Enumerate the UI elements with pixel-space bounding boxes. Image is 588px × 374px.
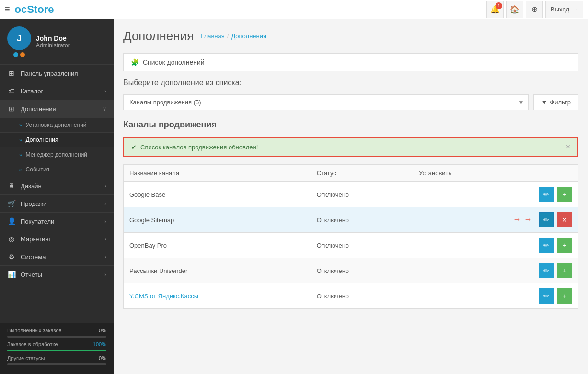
table-row: Google SitemapОтключено → → ✏ ✕ (124, 207, 578, 233)
edit-button[interactable]: ✏ (539, 187, 554, 202)
sidebar-item-customers[interactable]: 👤 Покупатели › (0, 213, 114, 230)
breadcrumb-home[interactable]: Главная (201, 33, 224, 40)
stat-row-completed: Выполненных заказов 0% (7, 328, 106, 333)
channel-name-cell: Google Base (124, 182, 311, 207)
alert-message: Список каналов продвижения обновлен! (140, 144, 258, 151)
chevron-right2-icon: › (104, 183, 106, 189)
addons-icon: ⊞ (7, 105, 16, 113)
channel-name-cell: Y.CMS от Яндекс.Кассы (124, 283, 311, 309)
notifications-button[interactable]: 🔔 1 (486, 1, 504, 18)
chevron-right6-icon: › (104, 254, 106, 260)
sidebar-item-manager[interactable]: » Менеджер дополнений (0, 147, 114, 162)
sales-icon: 🛒 (7, 200, 16, 207)
table-row: Google BaseОтключено ✏ + (124, 182, 578, 207)
stat-completed-value: 0% (99, 328, 106, 333)
sidebar-profile: J John Doe Administrator (0, 19, 114, 65)
sidebar-item-marketing[interactable]: ◎ Маркетинг › (0, 230, 114, 248)
header-left: ≡ ocStore (5, 3, 54, 16)
breadcrumb: Главная / Дополнения (201, 33, 266, 40)
chevron-right-icon: › (104, 88, 106, 94)
user-name: John Doe (36, 34, 70, 42)
remove-button[interactable]: ✕ (557, 212, 572, 227)
sidebar-item-design[interactable]: 🖥 Дизайн › (0, 177, 114, 195)
section-header-text: Список дополнений (143, 58, 205, 66)
system-icon: ⚙ (7, 253, 16, 261)
menu-toggle-icon[interactable]: ≡ (5, 4, 10, 14)
channel-status-cell: Отключено (311, 207, 413, 233)
progress-processing-fill (7, 350, 106, 351)
channel-action-cell: ✏ + (413, 283, 578, 309)
progress-other (7, 363, 106, 365)
table-header-row: Название канала Статус Установить (124, 165, 578, 182)
top-header: ≡ ocStore 🔔 1 🏠 ⊕ Выход → (0, 0, 588, 19)
channel-status-cell: Отключено (311, 233, 413, 258)
edit-button[interactable]: ✏ (539, 212, 554, 227)
sub-arrow3-icon: » (19, 167, 22, 172)
avatar: J (7, 26, 31, 50)
sidebar-item-addons[interactable]: ⊞ Дополнения ∨ (0, 100, 114, 118)
exit-button[interactable]: Выход → (545, 1, 583, 18)
channels-table: Название канала Статус Установить Google… (123, 164, 578, 309)
content-area: Дополнения Главная / Дополнения 🧩 Список… (114, 19, 588, 374)
channel-name-link[interactable]: Y.CMS от Яндекс.Кассы (129, 293, 198, 300)
channel-status-cell: Отключено (311, 258, 413, 283)
help-icon: ⊕ (531, 5, 538, 14)
sidebar-nav: ⊞ Панель управления 🏷 Каталог › ⊞ Дополн… (0, 65, 114, 323)
progress-processing (7, 350, 106, 351)
col-channel-header: Название канала (124, 165, 311, 182)
help-button[interactable]: ⊕ (526, 1, 543, 18)
header-right: 🔔 1 🏠 ⊕ Выход → (486, 1, 583, 18)
edit-button[interactable]: ✏ (539, 263, 554, 278)
alert-check-icon: ✔ (131, 144, 137, 151)
channel-status-cell: Отключено (311, 283, 413, 309)
channel-name-cell: Google Sitemap (124, 207, 311, 233)
dot-blue (13, 52, 18, 57)
dot-orange (20, 52, 25, 57)
sidebar-stats: Выполненных заказов 0% Заказов в обработ… (0, 323, 114, 374)
alert-close-button[interactable]: × (566, 143, 570, 151)
breadcrumb-separator: / (227, 33, 229, 40)
home-button[interactable]: 🏠 (506, 1, 523, 18)
table-row: Y.CMS от Яндекс.КассыОтключено ✏ + (124, 283, 578, 309)
stat-completed-label: Выполненных заказов (7, 328, 61, 333)
page-header: Дополнения Главная / Дополнения (123, 29, 578, 44)
stat-other-value: 0% (99, 355, 106, 361)
sub-arrow-icon: » (19, 123, 22, 128)
stat-other-label: Другие статусы (7, 355, 45, 361)
install-button[interactable]: + (557, 263, 572, 278)
customers-icon: 👤 (7, 217, 16, 225)
sidebar-item-sales[interactable]: 🛒 Продажи › (0, 195, 114, 213)
edit-button[interactable]: ✏ (539, 288, 554, 304)
design-icon: 🖥 (7, 182, 16, 190)
sidebar-item-catalog[interactable]: 🏷 Каталог › (0, 82, 114, 100)
puzzle-icon: 🧩 (131, 58, 139, 66)
sub-arrow2-icon: » (19, 152, 22, 158)
sidebar-item-reports[interactable]: 📊 Отчеты › (0, 266, 114, 283)
sidebar-item-addons-sub[interactable]: » Дополнения (0, 133, 114, 147)
home-icon: 🏠 (510, 5, 519, 14)
sidebar-item-events[interactable]: » События (0, 162, 114, 177)
sidebar-item-dashboard[interactable]: ⊞ Панель управления (0, 65, 114, 82)
filter-button[interactable]: ▼ Фильтр (533, 94, 578, 110)
user-role: Administrator (36, 42, 70, 49)
breadcrumb-current[interactable]: Дополнения (231, 33, 266, 40)
filter-icon: ▼ (541, 99, 547, 106)
edit-button[interactable]: ✏ (539, 238, 554, 253)
sidebar-item-system[interactable]: ⚙ Система › (0, 248, 114, 266)
chevron-right7-icon: › (104, 272, 106, 277)
dashboard-icon: ⊞ (7, 69, 16, 77)
catalog-icon: 🏷 (7, 87, 16, 95)
sidebar-item-install[interactable]: » Установка дополнений (0, 118, 114, 133)
install-button[interactable]: + (557, 187, 572, 202)
progress-completed (7, 336, 106, 338)
marketing-icon: ◎ (7, 235, 16, 243)
install-button[interactable]: + (557, 238, 572, 253)
success-alert: ✔ Список каналов продвижения обновлен! × (123, 137, 578, 157)
addon-select-wrapper: Каналы продвижения (5) ▼ (123, 94, 529, 110)
col-status-header: Статус (311, 165, 413, 182)
stat-row-processing: Заказов в обработке 100% (7, 341, 106, 347)
channels-section-title: Каналы продвижения (123, 120, 578, 130)
addon-select[interactable]: Каналы продвижения (5) (123, 94, 529, 110)
install-button[interactable]: + (557, 288, 572, 304)
stat-row-other: Другие статусы 0% (7, 355, 106, 361)
